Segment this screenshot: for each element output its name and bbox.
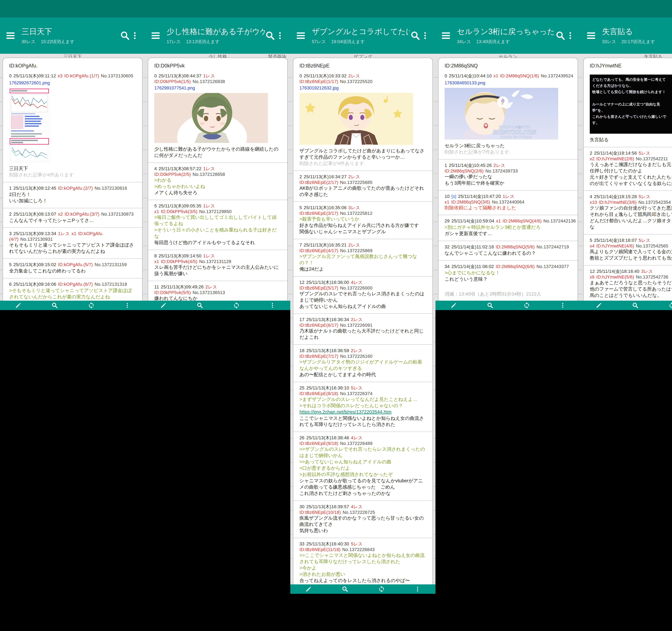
- op-image-screenshot-text[interactable]: どなたであっても、馬の安全を第一に考えてくださる方ばかりなら、牧場としても安心し…: [590, 75, 672, 134]
- refresh-icon[interactable]: [668, 302, 672, 309]
- post-date: 25/11/13(木)09:11:12: [14, 73, 56, 78]
- op-image-wrap[interactable]: どなたであっても、馬の安全を第一に考えてくださる方ばかりなら、牧場としても安心し…: [590, 75, 672, 134]
- post[interactable]: 1225/11/13(木)16:36:004レスID:tBz6NEpE(5/17…: [293, 276, 432, 313]
- search-icon[interactable]: [265, 30, 275, 41]
- overflow-icon[interactable]: [275, 30, 286, 41]
- overflow-icon[interactable]: [269, 302, 275, 309]
- post[interactable]: 425/11/13(木)08:57:221レスID:D0kPP5vk(2/5)N…: [148, 162, 287, 200]
- file-link[interactable]: 1763019212632.jpg: [299, 85, 339, 91]
- post-date: 25/11/13(木)08:57:22: [159, 166, 201, 171]
- post[interactable]: 2925/11/14(金)10:59:04x1ID:2M86qSNQ(4/6)N…: [438, 215, 578, 241]
- overflow-icon[interactable]: [560, 302, 566, 309]
- post[interactable]: 025/11/13(木)09:11:12x3ID:kOPgAfu.(1/7)No…: [3, 70, 142, 182]
- search-icon[interactable]: [632, 302, 639, 309]
- hamburger-icon[interactable]: [4, 29, 17, 42]
- post-reply-count: 5レス: [351, 541, 363, 546]
- post[interactable]: どなたであっても、馬の安全を第一に考えてくださる方ばかりなら、牧場としても安心し…: [583, 70, 672, 147]
- search-icon[interactable]: [555, 30, 566, 41]
- post[interactable]: 1725/11/13(木)16:36:342レスID:tBz6NEpE(6/17…: [293, 313, 432, 345]
- post[interactable]: 025/11/13(木)16:33:322レスID:tBz6NEpE(1/17)…: [293, 70, 432, 171]
- post-link[interactable]: https://img.2chan.net/b/res/1372203544.h…: [299, 409, 391, 415]
- post-meta: 725/11/13(木)16:35:212レスID:tBz6NEpE(4/17)…: [299, 242, 426, 253]
- search-icon[interactable]: [341, 586, 349, 592]
- post[interactable]: 10[s]25/11/14(金)10:47:201レスx1ID:2M86qSNQ…: [438, 190, 578, 215]
- post[interactable]: 1225/11/14(金)18:16:403レスx6ID:hJYmwtNE(5/…: [583, 265, 672, 301]
- search-icon[interactable]: [51, 302, 58, 309]
- post[interactable]: 425/11/14(金)18:15:285レスx10ID:hJYmwtNE(3/…: [583, 191, 672, 234]
- post[interactable]: 025/11/13(木)08:44:371レスID:D0kPP5vk(1/5)N…: [148, 70, 287, 162]
- overflow-icon[interactable]: [124, 302, 130, 309]
- post[interactable]: 725/11/13(木)16:35:212レスID:tBz6NEpE(4/17)…: [293, 239, 432, 276]
- op-image-wrap[interactable]: [9, 88, 136, 163]
- post[interactable]: 1825/11/13(木)16:36:592レスID:tBz6NEpE(7/17…: [293, 345, 432, 382]
- search-icon[interactable]: [487, 302, 494, 309]
- post-id: ID:tBz6NEpE(9/18): [299, 441, 338, 446]
- compose-icon[interactable]: [160, 302, 167, 309]
- hamburger-icon[interactable]: [585, 29, 598, 42]
- op-thumbnail-chart[interactable]: [9, 88, 49, 162]
- op-image-anime-character[interactable]: [299, 93, 413, 145]
- reply-count: 57レス: [312, 39, 326, 44]
- post-reply-count: 1レス: [203, 166, 215, 171]
- post[interactable]: 525/11/13(木)16:35:063レスID:tBz6NEpE(3/17)…: [293, 202, 432, 239]
- post[interactable]: 625/11/13(木)09:16:06ID:kOPgAfu.(6/7)No.1…: [3, 278, 142, 301]
- post[interactable]: 825/11/13(木)09:14:501レスx1ID:D0kPP5vk(4/5…: [148, 250, 287, 281]
- post[interactable]: 025/11/14(金)10:44:10x1ID:2M86qSNQ(1/6)No…: [438, 70, 578, 159]
- overflow-icon[interactable]: [414, 586, 421, 592]
- post[interactable]: 225/11/13(木)09:13:07x2ID:kOPgAfu.(3/7)No…: [3, 208, 142, 228]
- file-link[interactable]: 1763084650133.png: [445, 80, 485, 85]
- post[interactable]: 3325/11/13(木)16:40:305レスID:tBz6NEpE(11/1…: [293, 538, 432, 584]
- file-link[interactable]: 1762991077541.png: [154, 85, 195, 91]
- compose-icon[interactable]: [15, 302, 22, 309]
- post[interactable]: 525/11/14(金)18:16:075レスx4ID:hJYmwtNE(4/6…: [583, 234, 672, 265]
- post-meta: 225/11/13(木)09:13:07x2ID:kOPgAfu.(3/7)No…: [9, 211, 136, 217]
- post[interactable]: 525/11/13(木)09:15:02ID:kOPgAfu.(5/7)No.1…: [3, 258, 142, 278]
- search-icon[interactable]: [196, 302, 203, 309]
- overflow-icon[interactable]: [566, 30, 577, 41]
- post[interactable]: 1125/11/13(木)09:49:262レスID:D0kPP5vk(5/5)…: [148, 281, 287, 301]
- post[interactable]: 525/11/13(木)09:05:351レスx1ID:D0kPP5vk(3/5…: [148, 200, 287, 250]
- gutter-ticks-right: [578, 54, 581, 301]
- op-image-game-art[interactable]: THE IDOLM@STER SHINYCOLORS SONG for PRIS…: [445, 88, 558, 140]
- hamburger-icon[interactable]: [439, 29, 452, 42]
- search-icon[interactable]: [120, 30, 130, 41]
- overflow-icon[interactable]: [130, 30, 141, 41]
- op-image-anime-girl[interactable]: [154, 93, 268, 143]
- post-date: 25/11/14(金)18:15:28: [594, 194, 637, 199]
- post-no: No.1372225812: [340, 211, 373, 216]
- post[interactable]: 225/11/14(金)18:14:565レスx2ID:hJYmwtNE(2/6…: [583, 147, 672, 191]
- hamburger-icon[interactable]: [294, 29, 307, 42]
- refresh-icon[interactable]: [233, 302, 240, 309]
- post[interactable]: 2525/11/13(木)16:38:105レスID:tBz6NEpE(8/18…: [293, 382, 432, 432]
- op-image-wrap[interactable]: [299, 93, 426, 145]
- op-image-wrap[interactable]: [154, 93, 281, 144]
- compose-icon[interactable]: [450, 302, 457, 309]
- refresh-icon[interactable]: [88, 302, 95, 309]
- post-meta: 3225/11/14(金)11:02:18ID:2M86qSNQ(5/6)No.…: [445, 244, 572, 250]
- underlay-title-fragment: ザブング: [354, 54, 372, 58]
- post[interactable]: 3425/11/14(金)11:06:02ID:2M86qSNQ(6/6)No.…: [438, 260, 578, 286]
- op-image-wrap[interactable]: THE IDOLM@STER SHINYCOLORS SONG for PRIS…: [445, 88, 572, 140]
- search-icon[interactable]: [410, 30, 421, 41]
- post-number: 25: [299, 385, 305, 390]
- hamburger-icon[interactable]: [149, 29, 162, 42]
- thread-content-area: 三日天下ID:kOPgAfu.025/11/13(木)09:11:12x3ID:…: [0, 54, 145, 301]
- gutter-ticks-left: [0, 54, 2, 301]
- post[interactable]: 2625/11/13(木)16:38:464レスID:tBz6NEpE(9/18…: [293, 432, 432, 500]
- post-text: あの〜配信とかしてますよ今の時代: [299, 372, 426, 378]
- post[interactable]: 3225/11/14(金)11:02:18ID:2M86qSNQ(5/6)No.…: [438, 241, 578, 260]
- thread-card: ID:D0kPP5vk025/11/13(木)08:44:371レスID:D0k…: [148, 58, 288, 301]
- post-quote: >>あってないじゃん知らねえアイドルの曲: [299, 459, 426, 465]
- post[interactable]: 325/11/13(木)09:13:341レスx1ID:kOPgAfu.(4/7…: [3, 227, 142, 258]
- post[interactable]: 125/11/14(金)10:45:262レスID:2M86qSNQ(2/6)N…: [438, 159, 578, 190]
- refresh-icon[interactable]: [523, 302, 530, 309]
- file-link[interactable]: 1762992672601.png: [9, 80, 50, 85]
- compose-icon[interactable]: [305, 586, 312, 592]
- post-quote: >>ここでシャニマスと関係ないよねとか知らねえ女の曲流されても耳障りなだけってレ…: [299, 552, 426, 565]
- post[interactable]: 125/11/13(木)09:12:45ID:kOPgAfu.(2/7)No.1…: [3, 182, 142, 208]
- post[interactable]: 3025/11/13(木)16:39:574レスID:tBz6NEpE(10/1…: [293, 501, 432, 538]
- compose-icon[interactable]: [595, 302, 602, 309]
- overflow-icon[interactable]: [421, 30, 431, 41]
- refresh-icon[interactable]: [378, 586, 385, 592]
- post[interactable]: 225/11/13(木)16:34:272レスID:tBz6NEpE(2/17)…: [293, 171, 432, 202]
